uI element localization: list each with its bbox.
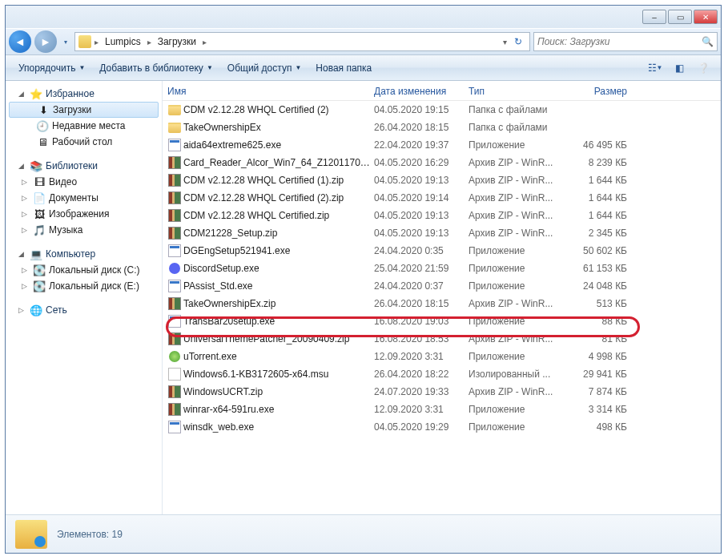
close-button[interactable]: ✕ — [694, 10, 718, 24]
file-row[interactable]: CDM v2.12.28 WHQL Certified (1).zip04.05… — [163, 171, 721, 189]
file-type: Изолированный ... — [469, 369, 563, 380]
network-group[interactable]: ▷🌐Сеть — [6, 302, 162, 318]
minimize-button[interactable]: – — [642, 10, 666, 24]
preview-pane-button[interactable]: ◧ — [668, 58, 690, 78]
file-name: DGEngSetup521941.exe — [183, 245, 374, 256]
file-type: Папка с файлами — [469, 122, 563, 133]
sidebar-item-label: Музыка — [49, 224, 82, 236]
file-size: 513 КБ — [563, 298, 643, 309]
file-row[interactable]: WindowsUCRT.zip24.07.2020 19:33Архив ZIP… — [163, 383, 721, 401]
add-to-library-button[interactable]: Добавить в библиотеку▼ — [93, 59, 219, 77]
back-button[interactable]: ◄ — [9, 30, 31, 53]
file-row[interactable]: CDM v2.12.28 WHQL Certified.zip04.05.202… — [163, 207, 721, 224]
computer-group[interactable]: ◢💻Компьютер — [6, 246, 162, 262]
sidebar-item[interactable]: ⬇Загрузки — [9, 102, 159, 118]
file-icon — [167, 421, 182, 433]
sidebar-item[interactable]: ▷🖼Изображения — [6, 206, 162, 222]
expand-icon[interactable]: ▷ — [22, 282, 30, 290]
sidebar-item[interactable]: ▷🎞Видео — [6, 174, 162, 190]
file-row[interactable]: winrar-x64-591ru.exe12.09.2020 3:31Прило… — [163, 401, 721, 418]
file-icon — [167, 262, 182, 275]
file-type: Архив ZIP - WinR... — [469, 157, 563, 168]
file-type: Архив ZIP - WinR... — [469, 175, 563, 186]
share-button[interactable]: Общий доступ▼ — [221, 59, 308, 77]
maximize-button[interactable]: ▭ — [668, 10, 692, 24]
computer-icon: 💻 — [30, 248, 42, 260]
sidebar-item[interactable]: ▷💽Локальный диск (E:) — [6, 278, 162, 294]
file-type: Архив ZIP - WinR... — [469, 210, 563, 221]
sidebar-item-label: Локальный диск (E:) — [49, 280, 139, 292]
item-icon: 🖥 — [36, 135, 49, 148]
history-dropdown[interactable]: ▾ — [60, 30, 71, 53]
file-row[interactable]: Windows6.1-KB3172605-x64.msu26.04.2020 1… — [163, 365, 721, 383]
file-row[interactable]: DGEngSetup521941.exe24.04.2020 0:35Прило… — [163, 242, 721, 260]
breadcrumb-item[interactable]: Загрузки — [155, 34, 199, 49]
file-row[interactable]: PAssist_Std.exe24.04.2020 0:37Приложение… — [163, 277, 721, 295]
file-row[interactable]: Card_Reader_Alcor_Win7_64_Z120117084...0… — [163, 154, 721, 171]
organize-button[interactable]: Упорядочить▼ — [12, 59, 91, 77]
file-size: 46 495 КБ — [563, 139, 643, 151]
file-row[interactable]: DiscordSetup.exe25.04.2020 21:59Приложен… — [163, 260, 721, 277]
expand-icon[interactable]: ▷ — [22, 266, 30, 274]
file-name: WindowsUCRT.zip — [183, 386, 374, 397]
file-rows: CDM v2.12.28 WHQL Certified (2)04.05.202… — [163, 101, 721, 514]
address-bar[interactable]: ▸ Lumpics ▸ Загрузки ▸ ▾ ↻ — [74, 32, 530, 51]
chevron-down-icon[interactable]: ▾ — [503, 38, 507, 46]
file-name: UniversalThemePatcher_20090409.zip — [183, 333, 374, 344]
sidebar-item[interactable]: 🕘Недавние места — [6, 118, 162, 134]
file-row[interactable]: UniversalThemePatcher_20090409.zip16.08.… — [163, 330, 721, 348]
file-row[interactable]: uTorrent.exe12.09.2020 3:31Приложение4 9… — [163, 348, 721, 365]
refresh-button[interactable]: ↻ — [510, 36, 526, 47]
column-date[interactable]: Дата изменения — [374, 86, 469, 97]
file-icon — [167, 191, 182, 204]
file-type: Архив ZIP - WinR... — [469, 192, 563, 203]
expand-icon[interactable]: ▷ — [22, 194, 30, 202]
search-input[interactable] — [537, 36, 698, 47]
sidebar-item[interactable]: ▷📄Документы — [6, 190, 162, 206]
search-box[interactable]: 🔍 — [533, 32, 718, 51]
file-row[interactable]: CDM21228_Setup.zip04.05.2020 19:13Архив … — [163, 224, 721, 242]
file-row[interactable]: TransBar20setup.exe16.08.2020 19:03Прило… — [163, 312, 721, 330]
file-row[interactable]: winsdk_web.exe04.05.2020 19:29Приложение… — [163, 418, 721, 436]
file-row[interactable]: CDM v2.12.28 WHQL Certified (2).zip04.05… — [163, 189, 721, 207]
chevron-right-icon[interactable]: ▸ — [95, 38, 99, 46]
file-row[interactable]: TakeOwnershipEx26.04.2020 18:15Папка с ф… — [163, 119, 721, 136]
expand-icon[interactable]: ▷ — [22, 226, 30, 234]
file-date: 04.05.2020 16:29 — [374, 157, 469, 168]
breadcrumb-item[interactable]: Lumpics — [102, 34, 144, 49]
file-row[interactable]: aida64extreme625.exe22.04.2020 19:37Прил… — [163, 136, 721, 154]
column-name[interactable]: Имя — [167, 86, 374, 97]
help-button[interactable]: ❔ — [692, 58, 714, 78]
column-type[interactable]: Тип — [469, 86, 563, 97]
file-size: 29 941 КБ — [563, 369, 643, 380]
chevron-right-icon[interactable]: ▸ — [203, 38, 207, 46]
search-icon[interactable]: 🔍 — [702, 36, 714, 47]
file-type: Архив ZIP - WinR... — [469, 228, 563, 239]
file-type: Архив ZIP - WinR... — [469, 298, 563, 309]
file-row[interactable]: TakeOwnershipEx.zip26.04.2020 18:15Архив… — [163, 295, 721, 312]
file-date: 12.09.2020 3:31 — [374, 351, 469, 362]
expand-icon[interactable]: ▷ — [22, 178, 30, 186]
file-type: Приложение — [469, 263, 563, 274]
file-row[interactable]: CDM v2.12.28 WHQL Certified (2)04.05.202… — [163, 101, 721, 119]
chevron-right-icon[interactable]: ▸ — [147, 38, 151, 46]
column-size[interactable]: Размер — [563, 86, 643, 97]
sidebar-item[interactable]: ▷💽Локальный диск (C:) — [6, 262, 162, 278]
favorites-group[interactable]: ◢⭐Избранное — [6, 86, 162, 102]
libraries-group[interactable]: ◢📚Библиотеки — [6, 158, 162, 174]
sidebar-item[interactable]: ▷🎵Музыка — [6, 222, 162, 238]
titlebar: – ▭ ✕ — [6, 6, 721, 28]
item-icon: 💽 — [33, 280, 46, 292]
new-folder-button[interactable]: Новая папка — [309, 59, 378, 77]
folder-icon — [78, 35, 91, 48]
sidebar-item[interactable]: 🖥Рабочий стол — [6, 134, 162, 150]
item-icon: 🕘 — [36, 119, 49, 132]
file-type: Приложение — [469, 139, 563, 151]
item-icon: 📄 — [33, 191, 46, 204]
sidebar-item-label: Недавние места — [52, 120, 125, 131]
file-name: winsdk_web.exe — [183, 421, 374, 433]
expand-icon[interactable]: ▷ — [22, 210, 30, 218]
forward-button[interactable]: ► — [34, 30, 57, 53]
file-size: 61 153 КБ — [563, 263, 643, 274]
view-options-button[interactable]: ☷ ▼ — [644, 58, 666, 78]
